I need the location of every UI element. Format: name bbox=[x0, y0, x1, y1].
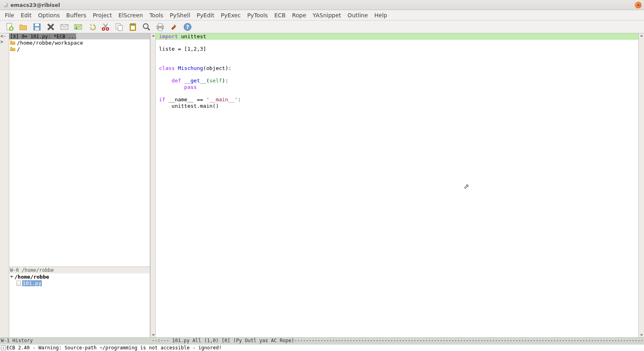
main-area: <-> [X] 0+ 101.py: *ECB ... /home/robbe/… bbox=[0, 33, 644, 337]
tabs-row[interactable]: [X] 0+ 101.py: *ECB ... bbox=[9, 33, 150, 39]
menu-elscreen[interactable]: ElScreen bbox=[115, 11, 146, 20]
app-emblem-icon bbox=[3, 2, 8, 7]
folder-icon bbox=[10, 47, 15, 51]
menu-rope[interactable]: Rope bbox=[289, 11, 310, 20]
left-fringe: <-> bbox=[0, 33, 9, 337]
svg-rect-3 bbox=[35, 24, 39, 26]
svg-text:?: ? bbox=[186, 24, 189, 30]
chevron-down-icon bbox=[10, 275, 14, 279]
print-icon[interactable] bbox=[155, 22, 165, 32]
minibuffer-icon bbox=[1, 345, 6, 350]
tree-label: /home/robbe bbox=[14, 274, 49, 280]
file-icon bbox=[17, 281, 21, 286]
menu-pyedit[interactable]: PyEdit bbox=[194, 11, 218, 20]
svg-point-14 bbox=[143, 24, 148, 29]
menu-file[interactable]: File bbox=[2, 11, 17, 20]
menu-outline[interactable]: Outline bbox=[344, 11, 371, 20]
mouse-cursor-icon: ⬀ bbox=[464, 183, 469, 190]
tree-item-root[interactable]: / bbox=[9, 46, 150, 52]
svg-rect-10 bbox=[118, 25, 122, 31]
menu-yasnippet[interactable]: YASnippet bbox=[310, 11, 345, 20]
title-bar: emacs23@ribisel ✕ bbox=[0, 0, 644, 10]
tree-root-home[interactable]: /home/robbe bbox=[9, 273, 150, 280]
svg-rect-4 bbox=[35, 27, 39, 30]
ecb-left-column: [X] 0+ 101.py: *ECB ... /home/robbe/work… bbox=[9, 33, 150, 337]
svg-rect-16 bbox=[158, 24, 162, 26]
toolbar: ? bbox=[0, 21, 644, 33]
tree-label: /home/robbe/workspace bbox=[17, 40, 83, 46]
menu-buffers[interactable]: Buffers bbox=[63, 11, 90, 20]
menu-pytools[interactable]: PyTools bbox=[244, 11, 271, 20]
tree-item-workspace[interactable]: /home/robbe/workspace bbox=[9, 39, 150, 46]
menu-pyexec[interactable]: PyExec bbox=[217, 11, 244, 20]
modeline-w0: W-0 /home/robbe bbox=[9, 267, 150, 273]
ecb-history[interactable]: /home/robbe 101.py bbox=[9, 273, 150, 337]
open-file-icon[interactable] bbox=[19, 22, 28, 32]
menu-bar: File Edit Options Buffers Project ElScre… bbox=[0, 10, 644, 21]
search-icon[interactable] bbox=[142, 22, 151, 32]
minibuffer[interactable]: ECB 2.40 - Warning: Source-path ~/progra… bbox=[0, 344, 644, 351]
minibuffer-text: ECB 2.40 - Warning: Source-path ~/progra… bbox=[6, 345, 222, 351]
mail-icon[interactable] bbox=[60, 22, 69, 32]
svg-rect-13 bbox=[131, 26, 135, 30]
editor-body[interactable]: import unittest liste = [1,2,3] class Mi… bbox=[156, 33, 638, 337]
save-icon[interactable] bbox=[32, 22, 42, 32]
folder-icon bbox=[10, 41, 15, 45]
modeline-main: --:--- 101.py All (1,0) [0] (Py Outl yas… bbox=[150, 338, 644, 344]
reply-icon[interactable] bbox=[73, 22, 83, 32]
tabs-label: [X] 0+ 101.py: *ECB ... bbox=[10, 34, 77, 39]
close-file-icon[interactable] bbox=[46, 22, 56, 32]
gutter-header: <-> bbox=[0, 33, 9, 39]
paste-icon[interactable] bbox=[128, 22, 138, 32]
scrollbar[interactable] bbox=[150, 33, 156, 337]
menu-tools[interactable]: Tools bbox=[146, 11, 167, 20]
cut-icon[interactable] bbox=[101, 22, 110, 32]
new-file-icon[interactable] bbox=[5, 22, 14, 32]
menu-help[interactable]: Help bbox=[371, 11, 390, 20]
modeline-w1-left: W-1 History bbox=[0, 338, 150, 344]
menu-options[interactable]: Options bbox=[35, 11, 63, 20]
tree-label: / bbox=[17, 46, 20, 52]
copy-icon[interactable] bbox=[114, 22, 124, 32]
bottom-modeline: W-1 History --:--- 101.py All (1,0) [0] … bbox=[0, 337, 644, 344]
menu-ecb[interactable]: ECB bbox=[271, 11, 289, 20]
close-icon[interactable]: ✕ bbox=[635, 2, 642, 8]
editor-pane[interactable]: import unittest liste = [1,2,3] class Mi… bbox=[156, 33, 638, 337]
help-icon[interactable]: ? bbox=[183, 22, 192, 32]
tree-label: 101.py bbox=[22, 280, 42, 286]
scrollbar[interactable] bbox=[638, 33, 644, 337]
menu-pyshell[interactable]: PyShell bbox=[167, 11, 194, 20]
tree-file-101py[interactable]: 101.py bbox=[9, 280, 150, 286]
svg-rect-17 bbox=[158, 28, 162, 31]
ecb-directories[interactable]: /home/robbe/workspace / bbox=[9, 39, 150, 267]
tools-icon[interactable] bbox=[169, 22, 179, 32]
undo-icon[interactable] bbox=[87, 22, 97, 32]
menu-edit[interactable]: Edit bbox=[17, 11, 35, 20]
svg-rect-12 bbox=[131, 23, 134, 25]
menu-project[interactable]: Project bbox=[89, 11, 115, 20]
window-title: emacs23@ribisel bbox=[10, 2, 60, 8]
